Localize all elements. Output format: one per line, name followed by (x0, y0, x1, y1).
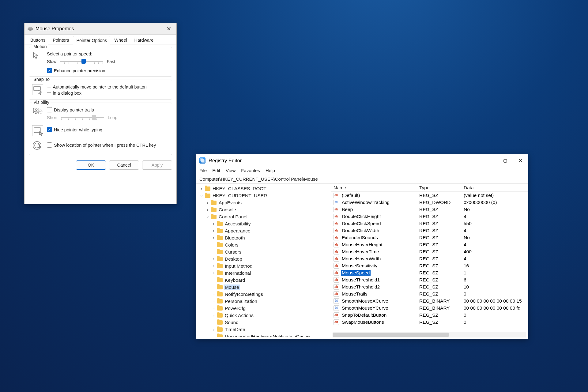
tree-item[interactable]: Accessibility (212, 220, 331, 227)
value-row[interactable]: ExtendedSoundsREG_SZNo (331, 234, 528, 241)
value-row[interactable]: DoubleClickWidthREG_SZ4 (331, 227, 528, 234)
chevron-right-icon[interactable] (199, 187, 204, 191)
tree-item[interactable]: PowerCfg (212, 305, 331, 312)
value-row[interactable]: MouseThreshold2REG_SZ10 (331, 283, 528, 290)
chevron-right-icon[interactable] (212, 229, 216, 233)
tree-item[interactable]: Input Method (212, 262, 331, 270)
close-icon[interactable]: ✕ (513, 155, 528, 166)
value-row[interactable]: DoubleClickHeightREG_SZ4 (331, 213, 528, 220)
value-row[interactable]: SmoothMouseXCurveREG_BINARY00 00 00 00 0… (331, 297, 528, 304)
tree-item[interactable]: Desktop (212, 255, 331, 262)
tree-item[interactable]: Mouse (212, 284, 331, 291)
value-row[interactable]: MouseHoverWidthREG_SZ4 (331, 255, 528, 262)
chevron-right-icon[interactable] (212, 264, 216, 268)
display-trails-checkbox[interactable]: Display pointer trails (47, 107, 169, 112)
value-row[interactable]: MouseSensitivityREG_SZ16 (331, 262, 528, 269)
tree-item[interactable]: Control Panel (205, 213, 331, 220)
values-header[interactable]: Name Type Data (331, 184, 528, 192)
snapto-auto-checkbox[interactable]: Automatically move pointer to the defaul… (47, 84, 148, 96)
value-row[interactable]: BeepREG_SZNo (331, 206, 528, 213)
menu-view[interactable]: View (226, 168, 236, 173)
cancel-button[interactable]: Cancel (109, 160, 139, 170)
tab-hardware[interactable]: Hardware (131, 36, 157, 44)
tab-pointer-options[interactable]: Pointer Options (73, 36, 110, 44)
value-data: (value not set) (464, 193, 528, 198)
tree-item[interactable]: TimeDate (212, 326, 331, 333)
pointer-speed-slider[interactable] (60, 58, 103, 65)
col-data[interactable]: Data (464, 185, 528, 190)
chevron-down-icon[interactable] (205, 215, 210, 219)
menu-file[interactable]: File (199, 168, 207, 173)
enhance-precision-checkbox[interactable]: Enhance pointer precision (47, 68, 169, 73)
ctrl-locate-icon (32, 141, 43, 152)
tree-item[interactable]: Bluetooth (212, 234, 331, 241)
value-type: REG_SZ (419, 263, 464, 269)
col-type[interactable]: Type (419, 185, 464, 190)
value-row[interactable]: SmoothMouseYCurveREG_BINARY00 00 00 00 0… (331, 304, 528, 311)
value-row[interactable]: MouseHoverTimeREG_SZ400 (331, 248, 528, 255)
registry-values[interactable]: Name Type Data (Default)REG_SZ(value not… (331, 184, 528, 337)
horizontal-scrollbar[interactable] (333, 332, 526, 337)
chevron-right-icon[interactable] (212, 327, 216, 332)
ctrl-locate-checkbox[interactable]: Show location of pointer when I press th… (47, 142, 156, 148)
tree-item[interactable]: Sound (212, 319, 331, 326)
ok-button[interactable]: OK (76, 160, 106, 170)
regedit-titlebar[interactable]: Registry Editor — ▢ ✕ (196, 154, 528, 167)
value-row[interactable]: SwapMouseButtonsREG_SZ0 (331, 318, 528, 326)
value-data: 400 (464, 249, 528, 254)
value-row[interactable]: MouseSpeedREG_SZ1 (331, 269, 528, 276)
maximize-icon[interactable]: ▢ (497, 155, 513, 166)
snapto-auto-label: Automatically move pointer to the defaul… (53, 84, 148, 96)
value-row[interactable]: (Default)REG_SZ(value not set) (331, 192, 528, 199)
tree-item[interactable]: UnsupportedHardwareNotificationCache (212, 333, 331, 337)
value-row[interactable]: SnapToDefaultButtonREG_SZ0 (331, 311, 528, 318)
tree-item[interactable]: International (212, 270, 331, 277)
menu-help[interactable]: Help (266, 168, 275, 173)
string-value-icon (334, 242, 339, 247)
tree-item-label: Input Method (224, 263, 253, 269)
chevron-right-icon[interactable] (212, 299, 216, 303)
tree-item[interactable]: HKEY_CLASSES_ROOT (199, 185, 331, 192)
tree-item[interactable]: NotifyIconSettings (212, 291, 331, 298)
value-row[interactable]: ActiveWindowTrackingREG_DWORD0x00000000 … (331, 199, 528, 206)
value-row[interactable]: MouseHoverHeightREG_SZ4 (331, 241, 528, 248)
mouse-titlebar[interactable]: Mouse Properties ✕ (24, 23, 176, 35)
chevron-right-icon[interactable] (205, 208, 210, 212)
chevron-right-icon[interactable] (212, 236, 216, 240)
tab-buttons[interactable]: Buttons (27, 36, 49, 44)
chevron-right-icon[interactable] (212, 292, 216, 296)
value-data: 0x00000000 (0) (464, 200, 528, 205)
chevron-right-icon[interactable] (212, 222, 216, 226)
tree-item[interactable]: Cursors (212, 248, 331, 255)
tree-item[interactable]: HKEY_CURRENT_USER (199, 192, 331, 199)
menu-edit[interactable]: Edit (212, 168, 220, 173)
chevron-right-icon[interactable] (212, 257, 216, 261)
tree-item[interactable]: Console (205, 206, 331, 213)
registry-tree[interactable]: HKEY_CLASSES_ROOTHKEY_CURRENT_USERAppEve… (196, 184, 331, 337)
tree-item[interactable]: Keyboard (212, 277, 331, 284)
pointer-speed-icon (32, 51, 43, 62)
minimize-icon[interactable]: — (482, 155, 497, 166)
tree-item[interactable]: Quick Actions (212, 312, 331, 319)
menu-favorites[interactable]: Favorites (241, 168, 260, 173)
chevron-right-icon[interactable] (212, 271, 216, 275)
tab-wheel[interactable]: Wheel (111, 36, 130, 44)
tree-item[interactable]: Appearance (212, 227, 331, 234)
value-row[interactable]: MouseTrailsREG_SZ0 (331, 290, 528, 297)
tree-item[interactable]: Colors (212, 241, 331, 248)
close-icon[interactable]: ✕ (161, 23, 176, 35)
tree-item[interactable]: Personalization (212, 298, 331, 305)
value-row[interactable]: DoubleClickSpeedREG_SZ550 (331, 220, 528, 227)
chevron-right-icon[interactable] (205, 201, 210, 205)
chevron-right-icon[interactable] (212, 306, 216, 311)
regedit-address[interactable]: Computer\HKEY_CURRENT_USER\Control Panel… (196, 175, 528, 184)
trails-length-slider (61, 114, 104, 121)
col-name[interactable]: Name (334, 185, 419, 190)
chevron-down-icon[interactable] (199, 194, 204, 198)
tree-item[interactable]: AppEvents (205, 199, 331, 206)
chevron-right-icon[interactable] (212, 313, 216, 318)
value-row[interactable]: MouseThreshold1REG_SZ6 (331, 276, 528, 283)
tab-pointers[interactable]: Pointers (49, 36, 72, 44)
value-type: REG_BINARY (419, 305, 464, 311)
hide-while-typing-checkbox[interactable]: Hide pointer while typing (47, 127, 102, 132)
